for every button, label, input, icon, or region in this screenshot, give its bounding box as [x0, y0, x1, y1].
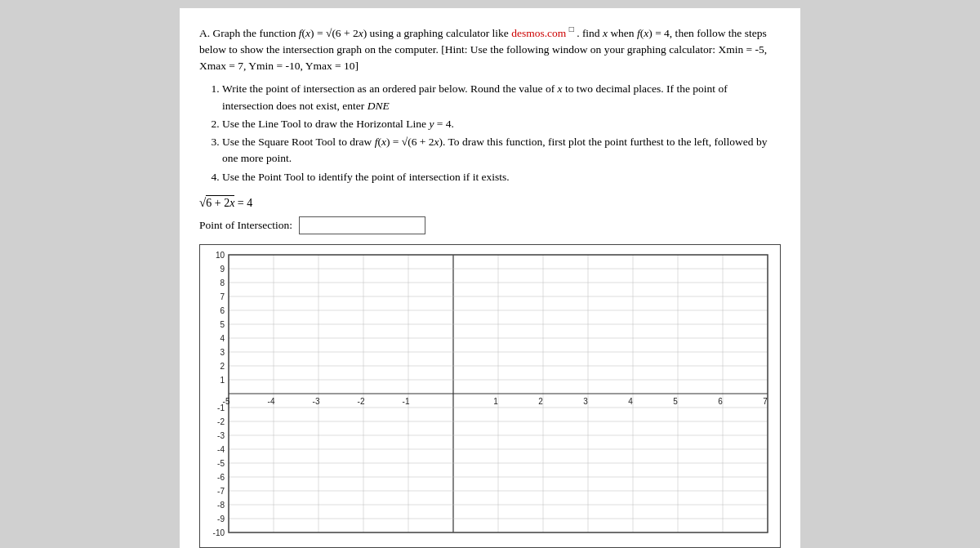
point-label: Point of Intersection: — [199, 217, 292, 234]
y-label-5: 5 — [220, 320, 225, 329]
instruction-3: Use the Square Root Tool to draw f(x) = … — [222, 134, 781, 167]
x-label-neg2: -2 — [358, 397, 365, 406]
coordinate-grid: .grid-line { stroke: #bbb; stroke-width:… — [199, 244, 781, 548]
y-label-neg8: -8 — [217, 501, 225, 510]
y-label-neg7: -7 — [217, 487, 225, 496]
y-label-neg3: -3 — [217, 431, 225, 440]
x-label-3: 3 — [583, 397, 588, 406]
equation-display: √6 + 2x = 4 — [199, 194, 781, 212]
y-label-neg1: -1 — [217, 403, 225, 412]
y-label-1: 1 — [220, 376, 225, 385]
header-text1: Graph the function f(x) = √(6 + 2x) usin… — [213, 27, 512, 39]
instruction-2: Use the Line Tool to draw the Horizontal… — [222, 116, 781, 132]
x-label-neg3: -3 — [313, 397, 320, 406]
y-label-7: 7 — [220, 292, 225, 301]
desmos-link[interactable]: desmos.com — [511, 27, 566, 39]
x-label-4: 4 — [628, 397, 633, 406]
instruction-list: Write the point of intersection as an or… — [199, 81, 781, 185]
y-label-neg6: -6 — [217, 473, 225, 482]
x-label-6: 6 — [718, 397, 723, 406]
graph-container: .grid-line { stroke: #bbb; stroke-width:… — [199, 244, 781, 548]
main-page: A. Graph the function f(x) = √(6 + 2x) u… — [180, 8, 800, 548]
y-label-4: 4 — [220, 334, 225, 343]
y-label-neg9: -9 — [217, 515, 225, 523]
y-label-2: 2 — [220, 362, 225, 371]
y-label-6: 6 — [220, 306, 225, 315]
x-label-2: 2 — [538, 397, 543, 406]
x-label-neg4: -4 — [268, 397, 275, 406]
part-label: A. — [199, 27, 210, 39]
x-label-neg1: -1 — [403, 397, 410, 406]
y-label-neg5: -5 — [217, 459, 225, 468]
y-label-neg4: -4 — [217, 445, 225, 454]
point-intersection-input[interactable] — [299, 216, 425, 234]
y-label-neg2: -2 — [217, 417, 225, 426]
section-header: A. Graph the function f(x) = √(6 + 2x) u… — [199, 23, 781, 74]
x-label-5: 5 — [673, 397, 678, 406]
y-label-8: 8 — [220, 278, 225, 287]
ext-icon: □ — [569, 25, 574, 33]
y-label-10: 10 — [216, 251, 225, 260]
instruction-4: Use the Point Tool to identify the point… — [222, 169, 781, 185]
x-label-1: 1 — [493, 397, 498, 406]
y-label-9: 9 — [220, 265, 225, 274]
x-label-7: 7 — [763, 397, 768, 406]
point-intersection-row: Point of Intersection: — [199, 216, 781, 234]
instruction-1: Write the point of intersection as an or… — [222, 81, 781, 114]
y-label-neg10: -10 — [213, 528, 225, 537]
y-label-3: 3 — [220, 348, 225, 357]
